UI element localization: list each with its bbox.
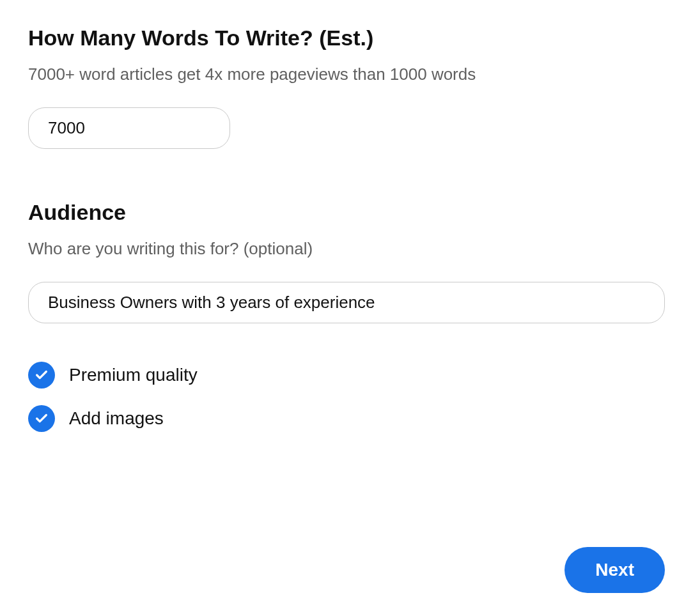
- words-input[interactable]: [28, 107, 230, 149]
- add-images-row: Add images: [28, 405, 665, 432]
- add-images-label: Add images: [69, 408, 164, 429]
- audience-input[interactable]: [28, 282, 665, 323]
- check-icon: [35, 412, 49, 426]
- words-title: How Many Words To Write? (Est.): [28, 26, 665, 50]
- audience-title: Audience: [28, 200, 665, 225]
- words-subtitle: 7000+ word articles get 4x more pageview…: [28, 65, 665, 84]
- premium-quality-row: Premium quality: [28, 362, 665, 389]
- premium-quality-checkbox[interactable]: [28, 362, 55, 389]
- audience-section: Audience Who are you writing this for? (…: [28, 200, 665, 432]
- words-section: How Many Words To Write? (Est.) 7000+ wo…: [28, 26, 665, 149]
- add-images-checkbox[interactable]: [28, 405, 55, 432]
- checkbox-group: Premium quality Add images: [28, 362, 665, 432]
- premium-quality-label: Premium quality: [69, 365, 198, 385]
- next-button[interactable]: Next: [565, 547, 665, 593]
- check-icon: [35, 368, 49, 382]
- audience-subtitle: Who are you writing this for? (optional): [28, 239, 665, 259]
